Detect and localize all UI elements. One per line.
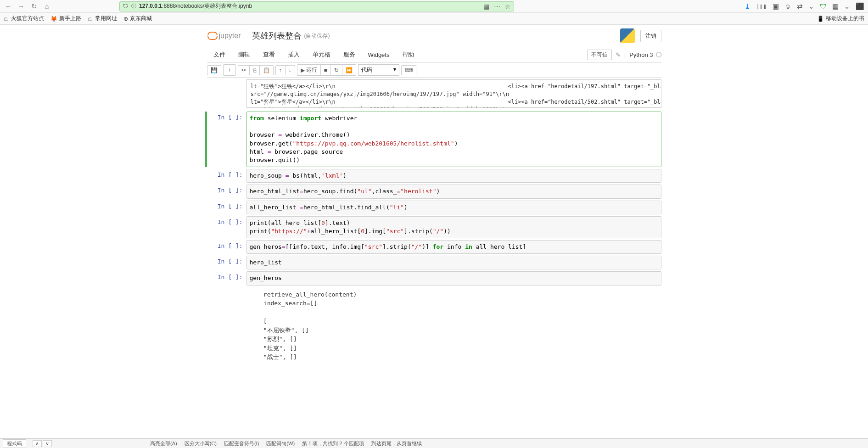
download-icon[interactable]: ⤓ bbox=[745, 2, 750, 11]
code-cell-7[interactable]: In [ ]: hero_list bbox=[207, 256, 661, 269]
menu-kernel[interactable]: 服务 bbox=[337, 49, 362, 61]
python-icon bbox=[620, 28, 635, 43]
pocket-icon[interactable]: ⌄ bbox=[808, 2, 814, 11]
ext2-icon[interactable]: ⬛ bbox=[856, 2, 864, 11]
firefox-icon: 🦊 bbox=[50, 16, 57, 22]
bookmark-bar: 🗀火狐官方站点 🦊新手上路 🗀常用网址 ⊕京东商城 📱移动设备上的书 bbox=[0, 13, 868, 25]
cell-input[interactable]: gen_heros bbox=[246, 271, 661, 285]
fast-forward-button[interactable]: ⏩ bbox=[342, 64, 356, 76]
qr-icon[interactable]: ▦ bbox=[483, 3, 489, 10]
move-up-button[interactable]: ↑ bbox=[275, 65, 286, 75]
info-icon: ⓘ bbox=[131, 3, 136, 10]
toolbar: 💾 ＋ ✂ ⎘ 📋 ↑ ↓ ▶运行 ■ ↻ ⏩ 代码▾ ⌨ bbox=[207, 62, 661, 78]
add-cell-button[interactable]: ＋ bbox=[223, 64, 236, 76]
copy-button[interactable]: ⎘ bbox=[249, 65, 260, 75]
notebook-title[interactable]: 英雄列表整合 bbox=[252, 30, 302, 41]
menu-file[interactable]: 文件 bbox=[207, 49, 232, 61]
jupyter-header: jupyter 英雄列表整合 (自动保存) 注销 bbox=[207, 25, 661, 47]
cell-input[interactable]: from selenium import webdriverbrowser = … bbox=[246, 112, 661, 167]
cell-prompt: In [ ]: bbox=[207, 169, 246, 183]
mobile-icon: 📱 bbox=[817, 16, 824, 22]
reload-icon[interactable]: ↻ bbox=[29, 2, 39, 11]
cell-prompt: In [ ]: bbox=[207, 185, 246, 198]
forward-icon[interactable]: → bbox=[17, 2, 26, 11]
code-cell-4[interactable]: In [ ]: all_hero_list =hero_html_list.fi… bbox=[207, 201, 661, 214]
jupyter-logo-icon bbox=[207, 31, 217, 41]
bookmark-jd[interactable]: ⊕京东商城 bbox=[123, 15, 152, 22]
more-icon[interactable]: ⋯ bbox=[494, 3, 500, 10]
jupyter-logo-text: jupyter bbox=[219, 32, 241, 40]
cell-prompt: In [ ]: bbox=[207, 240, 246, 254]
cut-button[interactable]: ✂ bbox=[238, 65, 250, 75]
code-cell-3[interactable]: In [ ]: hero_html_list=hero_soup.find("u… bbox=[207, 185, 661, 198]
run-button[interactable]: ▶运行 bbox=[297, 64, 321, 76]
cell-input[interactable]: hero_soup = bs(html,'lxml') bbox=[246, 169, 661, 183]
celltype-select[interactable]: 代码▾ bbox=[358, 64, 399, 76]
edit-icon[interactable]: ✎ bbox=[616, 51, 621, 58]
url-bar[interactable]: 🛡 ⓘ 127.0.0.1:8888/notebooks/英雄列表整合.ipyn… bbox=[119, 1, 514, 11]
menu-cell[interactable]: 单元格 bbox=[306, 49, 337, 61]
shield-icon: 🛡 bbox=[123, 3, 129, 10]
cell-prompt: In [ ]: bbox=[207, 256, 246, 269]
save-button[interactable]: 💾 bbox=[207, 65, 221, 75]
bookmark-firefox[interactable]: 🗀火狐官方站点 bbox=[4, 15, 44, 22]
code-cell-1[interactable]: In [ ]: from selenium import webdriverbr… bbox=[207, 112, 661, 167]
star-icon[interactable]: ☆ bbox=[505, 3, 511, 10]
bookmark-newbie[interactable]: 🦊新手上路 bbox=[50, 15, 81, 22]
cell-input[interactable]: all_hero_list =hero_html_list.find_all("… bbox=[246, 201, 661, 214]
cell-input[interactable]: gen_heros=[[info.text, info.img["src"].s… bbox=[246, 240, 661, 254]
notebook-area: lt="狂铁">狂铁</a></li>\r\n <li><a href="her… bbox=[207, 78, 661, 385]
plain-output: retrieve_all_hero(content) index_search=… bbox=[246, 286, 661, 366]
output-area[interactable]: lt="狂铁">狂铁</a></li>\r\n <li><a href="her… bbox=[246, 79, 661, 108]
paste-button[interactable]: 📋 bbox=[259, 65, 274, 75]
ublock-icon[interactable]: 🛡 bbox=[820, 2, 827, 11]
restart-button[interactable]: ↻ bbox=[330, 64, 342, 76]
output-text: lt="狂铁">狂铁</a></li>\r\n <li><a href="her… bbox=[251, 83, 657, 108]
cell-input[interactable]: hero_list bbox=[246, 256, 661, 269]
menubar: 文件 编辑 查看 插入 单元格 服务 Widgets 帮助 不可信 ✎ | Py… bbox=[207, 47, 661, 62]
kernel-indicator[interactable]: Python 3 bbox=[629, 51, 661, 58]
logout-button[interactable]: 注销 bbox=[640, 30, 661, 42]
cell-input[interactable]: print(all_hero_list[0].text)print("https… bbox=[246, 216, 661, 238]
cell-input[interactable]: hero_html_list=hero_soup.find("ul",class… bbox=[246, 185, 661, 198]
menu-edit[interactable]: 编辑 bbox=[232, 49, 257, 61]
trust-button[interactable]: 不可信 bbox=[587, 50, 612, 60]
bookmark-common[interactable]: 🗀常用网址 bbox=[88, 15, 117, 22]
library-icon[interactable]: ⫿⫿⫿ bbox=[756, 2, 767, 11]
code-cell-2[interactable]: In [ ]: hero_soup = bs(html,'lxml') bbox=[207, 169, 661, 183]
ext-icon[interactable]: ▦ bbox=[832, 2, 839, 11]
kernel-status-icon bbox=[656, 52, 661, 57]
code-cell-8[interactable]: In [ ]: gen_heros bbox=[207, 271, 661, 285]
move-down-button[interactable]: ↓ bbox=[285, 65, 295, 75]
sync-icon[interactable]: ⇄ bbox=[797, 2, 803, 11]
menu-widgets[interactable]: Widgets bbox=[362, 50, 396, 60]
chevron-down-icon: ▾ bbox=[393, 66, 396, 74]
code-cell-6[interactable]: In [ ]: gen_heros=[[info.text, info.img[… bbox=[207, 240, 661, 254]
account-icon[interactable]: ☺ bbox=[784, 2, 791, 11]
back-icon[interactable]: ← bbox=[4, 2, 13, 11]
url-text: 127.0.0.1:8888/notebooks/英雄列表整合.ipynb bbox=[139, 2, 481, 10]
scroll-down-icon[interactable]: ▾ bbox=[657, 100, 660, 106]
browser-right-icons: ⤓ ⫿⫿⫿ ▣ ☺ ⇄ ⌄ 🛡 ▦ ⌄ ⬛ bbox=[745, 2, 864, 11]
cell-prompt: In [ ]: bbox=[207, 201, 246, 214]
sidebar-icon[interactable]: ▣ bbox=[773, 2, 779, 11]
command-palette-button[interactable]: ⌨ bbox=[401, 65, 416, 75]
menu-view[interactable]: 查看 bbox=[257, 49, 281, 61]
stop-button[interactable]: ■ bbox=[320, 64, 331, 76]
chevron-icon[interactable]: ⌄ bbox=[844, 2, 850, 11]
cell-prompt: In [ ]: bbox=[207, 216, 246, 238]
browser-toolbar: ← → ↻ ⌂ 🛡 ⓘ 127.0.0.1:8888/notebooks/英雄列… bbox=[0, 0, 868, 13]
folder-icon: 🗀 bbox=[4, 16, 9, 22]
globe-icon: ⊕ bbox=[123, 16, 128, 22]
mobile-bookmarks[interactable]: 📱移动设备上的书 bbox=[817, 15, 864, 22]
menu-insert[interactable]: 插入 bbox=[281, 49, 306, 61]
cell-prompt: In [ ]: bbox=[207, 112, 246, 167]
home-icon[interactable]: ⌂ bbox=[42, 2, 51, 11]
jupyter-logo[interactable]: jupyter bbox=[207, 31, 248, 41]
cell-prompt: In [ ]: bbox=[207, 271, 246, 285]
folder-icon: 🗀 bbox=[88, 16, 93, 22]
menu-help[interactable]: 帮助 bbox=[396, 49, 420, 61]
code-cell-5[interactable]: In [ ]: print(all_hero_list[0].text)prin… bbox=[207, 216, 661, 238]
autosave-label: (自动保存) bbox=[304, 32, 330, 40]
